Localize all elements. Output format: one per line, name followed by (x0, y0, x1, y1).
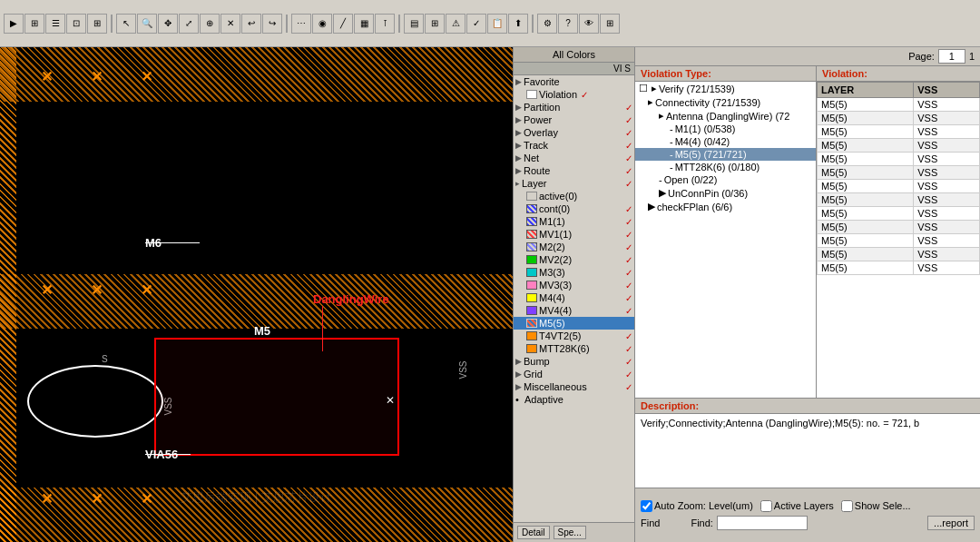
tree-overlay[interactable]: ▶ Overlay ✓ (514, 126, 634, 139)
vtable-vss-cell: VSS (914, 221, 980, 234)
stretch-btn[interactable]: ⤢ (179, 14, 199, 34)
vtable-row[interactable]: M5(5)VSS (818, 139, 980, 153)
toolbar-btn-2[interactable]: ⊞ (24, 14, 44, 34)
show-select-cb[interactable] (841, 500, 853, 512)
tree-layer-group[interactable]: ▸ Layer ✓ (514, 177, 634, 190)
measure-btn[interactable]: ⊺ (375, 14, 395, 34)
violation-check[interactable] (526, 90, 537, 99)
redo-btn[interactable]: ↪ (262, 14, 282, 34)
vtable-row[interactable]: M5(5)VSS (818, 248, 980, 261)
undo-btn[interactable]: ↩ (241, 14, 261, 34)
fill-btn[interactable]: ▦ (354, 14, 374, 34)
tree-power[interactable]: ▶ Power ✓ (514, 113, 634, 126)
tree-track[interactable]: ▶ Track ✓ (514, 139, 634, 152)
tree-layer-mv1[interactable]: MV1(1) ✓ (514, 228, 634, 241)
vtable-row[interactable]: M5(5)VSS (818, 261, 980, 275)
tree-layer-m2[interactable]: M2(2) ✓ (514, 241, 634, 253)
select-btn[interactable]: ↖ (116, 14, 136, 34)
wire-btn[interactable]: ╱ (333, 14, 353, 34)
toolbar-btn-4[interactable]: ⊡ (66, 14, 86, 34)
tree-layer-m5[interactable]: M5(5) (514, 317, 634, 330)
layer-btn[interactable]: ▤ (404, 14, 424, 34)
vtable-row[interactable]: M5(5)VSS (818, 112, 980, 125)
tree-route[interactable]: ▶ Route ✓ (514, 164, 634, 177)
vtree-checkfplan[interactable]: ▶ checkFPlan (6/6) (635, 200, 816, 213)
vtree-m4[interactable]: - M4(4) (0/42) (635, 135, 816, 148)
vtable-row[interactable]: M5(5)VSS (818, 166, 980, 180)
move-btn[interactable]: ✥ (158, 14, 178, 34)
copy-btn[interactable]: ⊕ (200, 14, 220, 34)
tree-layer-active[interactable]: active(0) (514, 190, 634, 202)
spe-tab[interactable]: Spe... (554, 526, 586, 539)
tree-partition[interactable]: ▶ Partition ✓ (514, 101, 634, 113)
vtree-m1[interactable]: - M1(1) (0/538) (635, 123, 816, 135)
tree-layer-mv2[interactable]: MV2(2) ✓ (514, 253, 634, 266)
tree-layer-mv3[interactable]: MV3(3) ✓ (514, 279, 634, 291)
report-button[interactable]: ...report (927, 516, 975, 530)
route-btn[interactable]: ⋯ (291, 14, 311, 34)
delete-btn[interactable]: ✕ (220, 14, 240, 34)
sep-1 (111, 15, 113, 33)
tree-net[interactable]: ▶ Net ✓ (514, 152, 634, 164)
zoom-fit-btn[interactable]: ⊞ (600, 14, 620, 34)
auto-zoom-cb[interactable] (641, 500, 652, 512)
tree-layer-m1[interactable]: M1(1) ✓ (514, 215, 634, 228)
detail-tab[interactable]: Detail (517, 526, 550, 539)
find-input[interactable] (717, 516, 808, 530)
vtable-row[interactable]: M5(5)VSS (818, 193, 980, 207)
verify-btn[interactable]: ✓ (466, 14, 486, 34)
checkfplan-arrow: ▶ (648, 201, 655, 212)
vtree-m5[interactable]: - M5(5) (721/721) (635, 148, 816, 161)
vtable-row[interactable]: M5(5)VSS (818, 98, 980, 112)
vtable-row[interactable]: M5(5)VSS (818, 221, 980, 234)
vtree-mtt28k[interactable]: - MTT28K(6) (0/180) (635, 161, 816, 173)
net-btn[interactable]: ⊞ (425, 14, 445, 34)
view-btn[interactable]: 👁 (579, 14, 599, 34)
via-btn[interactable]: ◉ (312, 14, 332, 34)
vtable-row[interactable]: M5(5)VSS (818, 125, 980, 139)
drc-btn[interactable]: ⚠ (446, 14, 466, 34)
canvas-area[interactable]: ✕ ✕ ✕ ✕ ✕ ✕ ✕ ✕ ✕ VSS VSS M6 M5 Dangling… (0, 47, 513, 542)
tree-layer-t4vt2[interactable]: T4VT2(5) ✓ (514, 330, 634, 342)
active-swatch (526, 192, 537, 201)
vtable-row[interactable]: M5(5)VSS (818, 234, 980, 248)
page-input[interactable] (938, 49, 965, 64)
vtable-scroll[interactable]: LAYER VSS M5(5)VSSM5(5)VSSM5(5)VSSM5(5)V… (817, 82, 980, 398)
zoom-btn[interactable]: 🔍 (137, 14, 157, 34)
vtree-connectivity[interactable]: ▸ Connectivity (721/1539) (635, 95, 816, 109)
tree-layer-m3[interactable]: M3(3) ✓ (514, 266, 634, 279)
active-layers-cb[interactable] (760, 500, 772, 512)
tree-bump[interactable]: ▶ Bump ✓ (514, 355, 634, 368)
vtree-unconn[interactable]: ▶ UnConnPin (0/36) (635, 186, 816, 200)
page-label: Page: (908, 51, 935, 62)
tree-layer-m4[interactable]: M4(4) ✓ (514, 291, 634, 304)
vtree-verify[interactable]: ☐ ▸ Verify (721/1539) (635, 82, 816, 95)
tree-misc[interactable]: ▶ Miscellaneous ✓ (514, 380, 634, 393)
tree-violation[interactable]: Violation ✓ (514, 88, 634, 101)
vtree-antenna[interactable]: ▸ Antenna (DanglingWire) (72 (635, 109, 816, 123)
layer-tree-area[interactable]: ▶ Favorite Violation ✓ ▶ Partition ✓ ▶ P… (514, 75, 634, 522)
vtable-layer-cell: M5(5) (818, 153, 914, 166)
tree-layer-mtt28k[interactable]: MTT28K(6) ✓ (514, 342, 634, 355)
export-btn[interactable]: ⬆ (508, 14, 528, 34)
vtable-row[interactable]: M5(5)VSS (818, 153, 980, 166)
right-panel: Page: 1 Violation Type: ☐ ▸ Verify (721/… (635, 47, 980, 542)
help-btn[interactable]: ? (558, 14, 578, 34)
toolbar-btn-1[interactable]: ▶ (4, 14, 24, 34)
report-btn-tb[interactable]: 📋 (487, 14, 507, 34)
tree-favorite[interactable]: ▶ Favorite (514, 75, 634, 88)
t4vt2-check: ✓ (625, 331, 632, 341)
tree-grid[interactable]: ▶ Grid ✓ (514, 368, 634, 380)
tree-layer-cont[interactable]: cont(0) ✓ (514, 202, 634, 215)
vtable-layer-cell: M5(5) (818, 248, 914, 261)
vtree-scroll-area[interactable]: ☐ ▸ Verify (721/1539) ▸ Connectivity (72… (635, 82, 816, 398)
settings-btn[interactable]: ⚙ (537, 14, 557, 34)
vtable-row[interactable]: M5(5)VSS (818, 207, 980, 221)
vtable-row[interactable]: M5(5)VSS (818, 180, 980, 193)
tree-adaptive[interactable]: • Adaptive (514, 393, 634, 406)
verify-checkbox[interactable]: ☐ (639, 83, 648, 94)
vtree-open[interactable]: - Open (0/22) (635, 173, 816, 186)
toolbar-btn-3[interactable]: ☰ (45, 14, 65, 34)
tree-layer-mv4[interactable]: MV4(4) ✓ (514, 304, 634, 317)
toolbar-btn-5[interactable]: ⊞ (87, 14, 107, 34)
